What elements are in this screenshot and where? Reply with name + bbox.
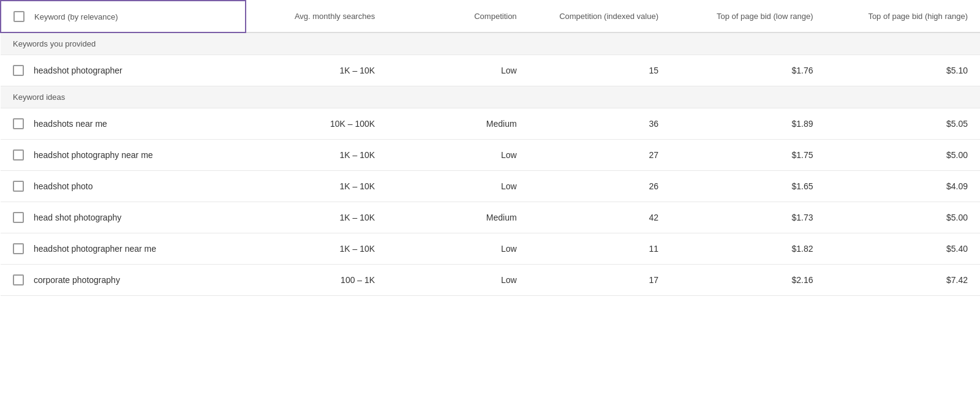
avg-monthly-searches-header[interactable]: Avg. monthly searches: [246, 1, 387, 32]
keyword-cell: headshot photographer: [1, 55, 246, 86]
keyword-text: headshot photographer near me: [34, 244, 156, 254]
competition-indexed-cell: 27: [529, 140, 671, 171]
competition-cell: Low: [387, 171, 529, 202]
section-ideas: Keyword ideas: [1, 86, 980, 108]
keyword-cell: headshot photographer near me: [1, 233, 246, 265]
keyword-text: head shot photography: [34, 213, 121, 222]
avg-monthly-searches-cell: 100 – 1K: [246, 265, 387, 296]
top-bid-low-cell: $1.73: [671, 202, 825, 233]
top-bid-low-cell: $1.76: [671, 55, 825, 86]
top-bid-low-cell: $2.16: [671, 265, 825, 296]
competition-indexed-cell: 26: [529, 171, 671, 202]
keyword-text: headshot photo: [34, 181, 93, 191]
top-bid-low-label: Top of page bid (low range): [717, 12, 813, 21]
keyword-column-header[interactable]: Keyword (by relevance): [1, 1, 246, 32]
row-checkbox[interactable]: [13, 149, 24, 161]
top-bid-low-cell: $1.75: [671, 140, 825, 171]
section-provided: Keywords you provided: [1, 32, 980, 55]
avg-monthly-searches-cell: 10K – 100K: [246, 108, 387, 140]
avg-monthly-searches-label: Avg. monthly searches: [295, 12, 375, 21]
competition-indexed-cell: 17: [529, 265, 671, 296]
keyword-planner-table: Keyword (by relevance) Avg. monthly sear…: [0, 0, 980, 296]
top-bid-low-cell: $1.82: [671, 233, 825, 265]
table-row: headshots near me 10K – 100K Medium 36 $…: [1, 108, 980, 140]
competition-cell: Medium: [387, 202, 529, 233]
keyword-text: headshot photographer: [34, 66, 123, 75]
keyword-cell: headshot photography near me: [1, 140, 246, 171]
top-bid-low-header[interactable]: Top of page bid (low range): [671, 1, 825, 32]
competition-cell: Medium: [387, 108, 529, 140]
avg-monthly-searches-cell: 1K – 10K: [246, 171, 387, 202]
avg-monthly-searches-cell: 1K – 10K: [246, 202, 387, 233]
top-bid-low-cell: $1.65: [671, 171, 825, 202]
row-checkbox[interactable]: [13, 212, 24, 223]
avg-monthly-searches-cell: 1K – 10K: [246, 233, 387, 265]
table-row: headshot photographer near me 1K – 10K L…: [1, 233, 980, 265]
top-bid-high-cell: $7.42: [825, 265, 980, 296]
competition-indexed-cell: 15: [529, 55, 671, 86]
competition-label: Competition: [474, 12, 516, 21]
table-row: headshot photo 1K – 10K Low 26 $1.65 $4.…: [1, 171, 980, 202]
row-checkbox[interactable]: [13, 243, 24, 254]
row-checkbox[interactable]: [13, 181, 24, 192]
top-bid-high-cell: $5.10: [825, 55, 980, 86]
keyword-text: headshots near me: [34, 119, 107, 129]
keyword-text: corporate photography: [34, 275, 120, 285]
top-bid-high-cell: $5.00: [825, 202, 980, 233]
competition-indexed-cell: 36: [529, 108, 671, 140]
keyword-cell: corporate photography: [1, 265, 246, 296]
keyword-cell: headshot photo: [1, 171, 246, 202]
competition-indexed-cell: 11: [529, 233, 671, 265]
table-row: headshot photography near me 1K – 10K Lo…: [1, 140, 980, 171]
competition-indexed-header[interactable]: Competition (indexed value): [529, 1, 671, 32]
avg-monthly-searches-cell: 1K – 10K: [246, 140, 387, 171]
competition-cell: Low: [387, 140, 529, 171]
top-bid-high-cell: $5.40: [825, 233, 980, 265]
keyword-cell: head shot photography: [1, 202, 246, 233]
table-row: headshot photographer 1K – 10K Low 15 $1…: [1, 55, 980, 86]
top-bid-low-cell: $1.89: [671, 108, 825, 140]
row-checkbox[interactable]: [13, 65, 24, 76]
top-bid-high-label: Top of page bid (high range): [868, 12, 968, 21]
top-bid-high-cell: $5.05: [825, 108, 980, 140]
top-bid-high-header[interactable]: Top of page bid (high range): [825, 1, 980, 32]
competition-header[interactable]: Competition: [387, 1, 529, 32]
keyword-column-label: Keyword (by relevance): [34, 12, 118, 21]
competition-indexed-label: Competition (indexed value): [559, 12, 658, 21]
competition-indexed-cell: 42: [529, 202, 671, 233]
avg-monthly-searches-cell: 1K – 10K: [246, 55, 387, 86]
row-checkbox[interactable]: [13, 118, 24, 129]
section-ideas-label: Keyword ideas: [1, 86, 980, 108]
table-row: corporate photography 100 – 1K Low 17 $2…: [1, 265, 980, 296]
competition-cell: Low: [387, 233, 529, 265]
keyword-text: headshot photography near me: [34, 150, 153, 160]
top-bid-high-cell: $4.09: [825, 171, 980, 202]
table-row: head shot photography 1K – 10K Medium 42…: [1, 202, 980, 233]
select-all-checkbox[interactable]: [13, 11, 24, 22]
top-bid-high-cell: $5.00: [825, 140, 980, 171]
keyword-cell: headshots near me: [1, 108, 246, 140]
competition-cell: Low: [387, 265, 529, 296]
competition-cell: Low: [387, 55, 529, 86]
section-provided-label: Keywords you provided: [1, 32, 980, 55]
row-checkbox[interactable]: [13, 274, 24, 285]
